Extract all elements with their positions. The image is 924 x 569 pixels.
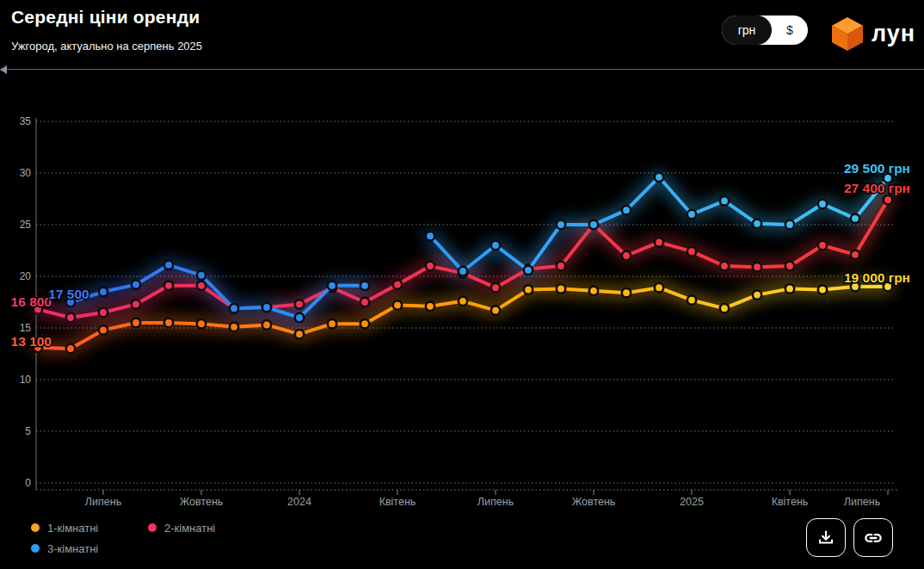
data-point[interactable] <box>622 251 631 260</box>
data-point[interactable] <box>655 283 663 292</box>
data-point[interactable] <box>818 241 827 250</box>
data-point[interactable] <box>687 247 696 256</box>
x-axis-label: 2025 <box>680 496 704 508</box>
data-point[interactable] <box>66 344 75 353</box>
y-axis-label-30: 30 <box>20 167 32 179</box>
data-point[interactable] <box>66 313 75 322</box>
data-point[interactable] <box>491 283 500 292</box>
data-point[interactable] <box>818 285 827 294</box>
data-point[interactable] <box>360 281 369 290</box>
legend-item-3[interactable]: 3-кімнатні <box>31 542 148 555</box>
data-point[interactable] <box>197 319 206 328</box>
data-point[interactable] <box>262 320 271 329</box>
value-label: 17 500 <box>48 287 89 301</box>
data-point[interactable] <box>426 232 434 240</box>
legend-label: 2-кімнатні <box>164 522 215 535</box>
x-axis-label: Липень <box>844 496 880 508</box>
data-point[interactable] <box>132 280 140 288</box>
x-axis-label: Жовтень <box>572 496 616 508</box>
data-point[interactable] <box>426 262 434 270</box>
data-point[interactable] <box>197 271 206 280</box>
data-point[interactable] <box>720 304 729 312</box>
data-point[interactable] <box>328 281 336 290</box>
data-point[interactable] <box>360 298 369 306</box>
data-point[interactable] <box>164 261 173 269</box>
price-line-chart[interactable]: 05101520253035ЛипеньЖовтень2024КвітеньЛи… <box>0 70 924 512</box>
y-axis-label-5: 5 <box>25 425 31 437</box>
chart-legend: 1-кімнатні2-кімнатні3-кімнатні <box>31 517 215 559</box>
data-point[interactable] <box>785 262 794 270</box>
data-point[interactable] <box>295 330 304 338</box>
data-point[interactable] <box>132 319 140 327</box>
download-button[interactable] <box>806 518 846 557</box>
data-point[interactable] <box>720 262 729 270</box>
data-point[interactable] <box>557 262 565 270</box>
data-point[interactable] <box>557 220 565 229</box>
x-axis-label: Жовтень <box>180 496 224 508</box>
data-point[interactable] <box>99 288 108 296</box>
data-point[interactable] <box>262 303 271 312</box>
data-point[interactable] <box>622 206 631 214</box>
data-point[interactable] <box>589 220 598 229</box>
data-point[interactable] <box>622 288 631 297</box>
data-point[interactable] <box>426 302 434 311</box>
legend-label: 3-кімнатні <box>47 542 98 555</box>
rent-price-widget: Середні ціни оренди Ужгород, актуально н… <box>0 0 924 569</box>
data-point[interactable] <box>360 319 369 328</box>
lun-logo[interactable]: лун <box>832 17 915 51</box>
x-axis-label: 2024 <box>287 496 311 508</box>
data-point[interactable] <box>295 300 304 308</box>
page-title: Середні ціни оренди <box>11 7 200 28</box>
data-point[interactable] <box>164 281 173 290</box>
data-point[interactable] <box>851 214 859 223</box>
legend-item-2[interactable]: 2-кімнатні <box>148 522 215 535</box>
currency-option-uah[interactable]: грн <box>722 15 772 45</box>
currency-toggle[interactable]: грн $ <box>722 15 808 45</box>
data-point[interactable] <box>687 210 696 219</box>
link-icon <box>863 528 884 548</box>
data-point[interactable] <box>99 308 108 317</box>
data-point[interactable] <box>851 250 859 259</box>
y-axis-label-20: 20 <box>20 270 32 282</box>
data-point[interactable] <box>720 196 729 205</box>
data-point[interactable] <box>393 280 402 288</box>
data-point[interactable] <box>197 281 206 290</box>
data-point[interactable] <box>557 284 565 293</box>
legend-dot-icon <box>31 544 40 553</box>
data-point[interactable] <box>230 323 238 331</box>
data-point[interactable] <box>164 319 173 327</box>
data-point[interactable] <box>687 295 696 304</box>
y-axis-label-10: 10 <box>20 374 32 386</box>
value-label: 19 000 грн <box>844 270 910 285</box>
data-point[interactable] <box>295 313 304 322</box>
data-point[interactable] <box>753 220 761 228</box>
data-point[interactable] <box>491 241 500 250</box>
data-point[interactable] <box>230 304 238 312</box>
data-point[interactable] <box>491 306 500 314</box>
data-point[interactable] <box>655 238 663 246</box>
currency-option-usd[interactable]: $ <box>772 23 808 37</box>
x-axis-label: Квітень <box>772 496 809 508</box>
data-point[interactable] <box>524 285 533 294</box>
data-point[interactable] <box>753 290 761 299</box>
data-point[interactable] <box>459 297 467 306</box>
data-point[interactable] <box>655 173 663 182</box>
data-point[interactable] <box>785 284 794 293</box>
legend-dot-icon <box>31 523 40 532</box>
copy-link-button[interactable] <box>853 518 893 557</box>
data-point[interactable] <box>459 267 467 275</box>
legend-dot-icon <box>148 523 157 532</box>
data-point[interactable] <box>589 287 598 295</box>
data-point[interactable] <box>785 220 794 229</box>
data-point[interactable] <box>753 263 761 271</box>
data-point[interactable] <box>99 325 108 334</box>
data-point[interactable] <box>884 195 892 204</box>
logo-text: лун <box>872 22 915 46</box>
data-point[interactable] <box>328 319 336 328</box>
legend-label: 1-кімнатні <box>47 522 98 535</box>
data-point[interactable] <box>818 200 827 208</box>
data-point[interactable] <box>132 300 140 308</box>
legend-item-1[interactable]: 1-кімнатні <box>31 522 148 535</box>
data-point[interactable] <box>393 300 402 309</box>
data-point[interactable] <box>524 266 533 275</box>
